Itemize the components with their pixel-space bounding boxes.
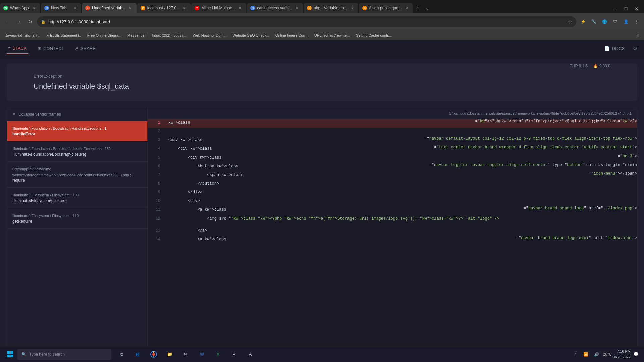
- maximize-button[interactable]: □: [621, 4, 631, 13]
- code-line: 14 <a kw">class="navbar-brand brand-logo…: [148, 236, 637, 244]
- browser-tab[interactable]: P localhost / 127.0... ✕: [137, 3, 191, 13]
- browser-tab[interactable]: G New Tab ✕: [41, 3, 81, 13]
- taskbar-mail[interactable]: ✉: [178, 347, 193, 362]
- stack-frame[interactable]: Illuminate \ Foundation \ Bootstrap \ Ha…: [7, 121, 147, 141]
- tray-network[interactable]: 📶: [581, 350, 591, 359]
- reload-button[interactable]: ↻: [25, 17, 35, 26]
- extension-btn-4[interactable]: 🛡: [610, 17, 620, 26]
- taskbar: 🔍 Type here to search ⧉ e 📁 ✉ W X P A ^ …: [0, 346, 644, 362]
- minimize-button[interactable]: ─: [610, 4, 620, 13]
- tab-favicon: G: [250, 6, 255, 10]
- tray-volume[interactable]: 🔊: [592, 350, 601, 359]
- frame-method: getRequire: [12, 219, 142, 224]
- settings-gear-icon[interactable]: ⚙: [633, 45, 637, 52]
- back-button[interactable]: ←: [3, 17, 12, 26]
- line-number: 12: [148, 215, 164, 222]
- bookmark-item[interactable]: Setting Cache contr...: [353, 33, 394, 38]
- more-options-btn[interactable]: ⋮: [632, 17, 641, 26]
- taskbar-edge[interactable]: e: [130, 347, 145, 362]
- extension-btn-3[interactable]: 🌐: [600, 17, 609, 26]
- share-label: SHARE: [80, 46, 96, 51]
- collapse-label: Collapse vendor frames: [18, 112, 61, 117]
- browser-tab[interactable]: S php - Variable un... ✕: [304, 3, 358, 13]
- context-icon: ⊞: [38, 46, 41, 51]
- tab-close-button[interactable]: ✕: [72, 5, 78, 11]
- extension-btn-2[interactable]: 🔧: [589, 17, 598, 26]
- nav-share[interactable]: ↗ SHARE: [73, 43, 97, 54]
- svg-rect-2: [7, 355, 10, 357]
- clock-time: 7:16 PM: [612, 349, 631, 354]
- close-button[interactable]: ✕: [632, 4, 641, 13]
- frame-method: require: [12, 178, 142, 183]
- tab-favicon: G: [44, 6, 49, 10]
- bookmark-label: IF-ELSE Statement i..: [45, 33, 81, 37]
- error-message: Undefined variable $sql_data: [34, 82, 129, 91]
- tab-close-button[interactable]: ✕: [404, 5, 409, 11]
- stack-frame[interactable]: Illuminate \ Foundation \ Bootstrap \ Ha…: [7, 141, 147, 162]
- taskbar-other2[interactable]: A: [243, 347, 258, 362]
- bookmarks-more[interactable]: »: [635, 32, 641, 38]
- notification-center[interactable]: 💬: [631, 349, 641, 360]
- tab-favicon: S: [362, 6, 367, 10]
- collapse-vendor-btn[interactable]: ✕ Collapse vendor frames: [7, 108, 147, 121]
- bookmark-item[interactable]: Messenger: [125, 33, 148, 38]
- taskbar-word[interactable]: W: [195, 347, 209, 362]
- code-panel: C:\xampp\htdocs\anime website\storage\fr…: [148, 108, 637, 362]
- frame-method: Illuminate\Foundation\Bootstrap\{closure…: [12, 152, 142, 157]
- taskbar-clock[interactable]: 7:16 PM 10/26/2022: [612, 349, 631, 360]
- line-number: 11: [148, 206, 164, 214]
- start-button[interactable]: [3, 347, 17, 362]
- browser-tab[interactable]: L Undefined variab... ✕: [82, 3, 137, 13]
- browser-tab[interactable]: G can't access varia... ✕: [247, 3, 303, 13]
- bookmark-item[interactable]: Website SEO Check...: [230, 33, 272, 38]
- tab-close-button[interactable]: ✕: [294, 5, 300, 11]
- line-content: <img src=""kw">class="kw"><?php "kw">ech…: [164, 215, 637, 227]
- stack-frame[interactable]: Illuminate \ Filesystem \ Filesystem : 1…: [7, 208, 147, 229]
- taskbar-excel[interactable]: X: [211, 347, 225, 362]
- bookmark-item[interactable]: Javascript Tutorial (..: [3, 33, 42, 38]
- tab-overflow-button[interactable]: ⌄: [423, 3, 431, 13]
- debug-page: ≡ STACK ⊞ CONTEXT ↗ SHARE 📄 DOCS ⚙ Error…: [0, 40, 644, 362]
- taskbar-task-view[interactable]: ⧉: [114, 347, 129, 362]
- nav-stack[interactable]: ≡ STACK: [7, 43, 28, 54]
- tab-close-button[interactable]: ✕: [128, 5, 133, 11]
- bookmarks-bar: Javascript Tutorial (..IF-ELSE Statement…: [0, 30, 644, 40]
- address-bar[interactable]: 🔒 http://127.0.0.1:8000/dashboard ☆: [37, 16, 576, 27]
- tray-expand[interactable]: ^: [571, 350, 580, 359]
- bookmark-item[interactable]: URL redirect/rewrite...: [312, 33, 353, 38]
- bookmark-icon[interactable]: ☆: [568, 19, 572, 24]
- taskbar-other1[interactable]: P: [227, 347, 241, 362]
- taskbar-search[interactable]: 🔍 Type here to search: [17, 349, 111, 360]
- taskbar-chrome[interactable]: [146, 347, 161, 362]
- browser-tab[interactable]: W WhatsApp ✕: [0, 3, 40, 13]
- extension-btn-5[interactable]: 👤: [621, 17, 631, 26]
- taskbar-file-explorer[interactable]: 📁: [162, 347, 177, 362]
- tab-label: Undefined variab...: [92, 6, 126, 10]
- context-label: CONTEXT: [43, 46, 64, 51]
- forward-button[interactable]: →: [14, 17, 23, 26]
- stack-frame[interactable]: C:\xampp\htdocs\anime website\storage\fr…: [7, 162, 147, 188]
- new-tab-button[interactable]: +: [413, 3, 423, 13]
- tab-close-button[interactable]: ✕: [350, 5, 355, 11]
- bookmark-item[interactable]: Free Online Diagra...: [85, 33, 124, 38]
- tab-close-button[interactable]: ✕: [237, 5, 243, 11]
- extension-btn-1[interactable]: ⚡: [578, 17, 588, 26]
- stack-frame[interactable]: Illuminate \ Filesystem \ Filesystem : 1…: [7, 188, 147, 208]
- tab-favicon: Y: [195, 6, 199, 10]
- bookmark-label: Inbox (292) - yousa...: [152, 33, 186, 37]
- browser-tab[interactable]: Y Milne Hai Mujhse... ✕: [191, 3, 246, 13]
- bookmark-item[interactable]: Online Image Com_: [273, 33, 311, 38]
- nav-docs[interactable]: 📄 DOCS: [604, 46, 625, 51]
- bookmark-item[interactable]: Inbox (292) - yousa...: [149, 33, 189, 38]
- tab-close-button[interactable]: ✕: [32, 5, 37, 11]
- bookmark-item[interactable]: IF-ELSE Statement i..: [43, 33, 84, 38]
- line-number: 14: [148, 236, 164, 243]
- nav-context[interactable]: ⊞ CONTEXT: [36, 43, 65, 54]
- line-content: <span kw">class: [164, 171, 589, 179]
- bookmark-item[interactable]: Web Hosting, Dom...: [190, 33, 229, 38]
- browser-tab[interactable]: S Ask a public que... ✕: [359, 3, 413, 13]
- line-content: </div>: [164, 189, 637, 196]
- frame-class: Illuminate \ Foundation \ Bootstrap \ Ha…: [12, 146, 142, 152]
- tab-label: can't access varia...: [257, 6, 292, 10]
- tab-close-button[interactable]: ✕: [182, 5, 187, 11]
